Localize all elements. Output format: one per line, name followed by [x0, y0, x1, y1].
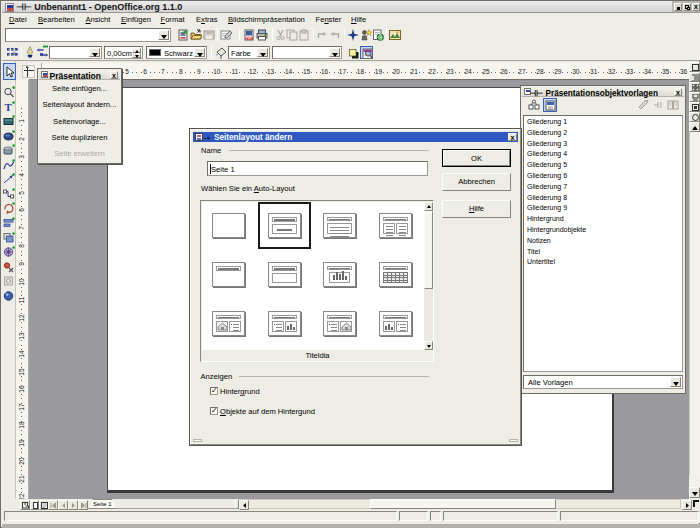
svg-text:T: T: [5, 101, 13, 113]
svg-text:PDF: PDF: [246, 36, 253, 40]
